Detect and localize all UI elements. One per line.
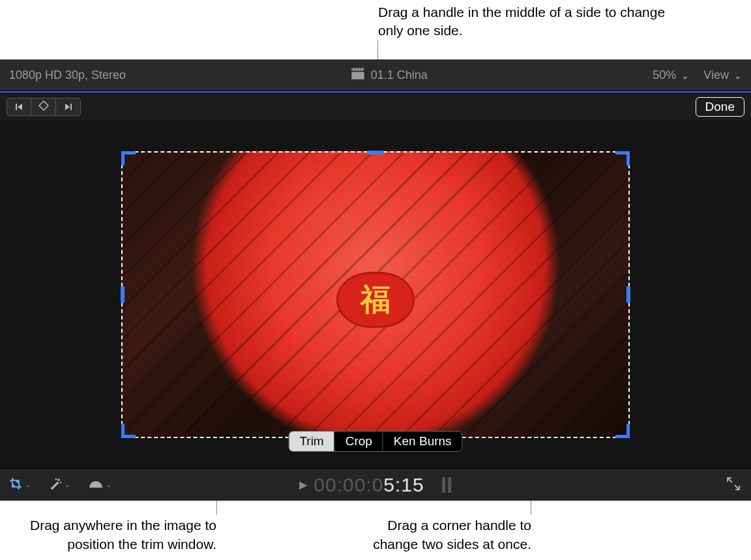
clip-image[interactable]: 福 Trim Crop Ken Burns <box>121 151 630 438</box>
transport-controls: ▶ 00:00:05:15 <box>299 474 451 496</box>
crop-mode-segmented-control: Trim Crop Ken Burns <box>288 431 462 452</box>
crop-toolbar: Done <box>0 91 751 121</box>
crop-handle-left[interactable] <box>121 286 125 303</box>
view-dropdown[interactable]: View ⌄ <box>703 68 742 82</box>
mode-crop-button[interactable]: Crop <box>334 432 383 451</box>
timecode-display[interactable]: 00:00:05:15 <box>314 474 424 496</box>
magic-wand-icon <box>49 477 62 492</box>
crop-handle-bottom-right[interactable] <box>615 424 630 438</box>
callout-top: Drag a handle in the middle of a side to… <box>378 3 671 40</box>
view-label: View <box>703 68 729 82</box>
chevron-down-icon: ⌄ <box>681 70 689 81</box>
enhance-tool[interactable]: ⌄ <box>49 477 70 492</box>
transform-crop-tool[interactable]: ⌄ <box>9 477 31 492</box>
retime-tool[interactable]: ⌄ <box>89 477 111 492</box>
mode-trim-button[interactable]: Trim <box>289 432 334 451</box>
svg-point-2 <box>58 479 60 481</box>
clapperboard-icon <box>351 68 364 83</box>
zoom-dropdown[interactable]: 50% ⌄ <box>653 68 689 82</box>
zoom-label: 50% <box>653 68 676 82</box>
timecode-dim: 00:00:0 <box>314 474 383 495</box>
done-button[interactable]: Done <box>696 97 744 117</box>
viewer-window: 1080p HD 30p, Stereo 01.1 China 50% ⌄ Vi… <box>0 59 751 500</box>
timecode-bright: 5:15 <box>383 474 424 495</box>
format-label: 1080p HD 30p, Stereo <box>9 68 126 82</box>
crop-icon <box>9 477 22 492</box>
crop-handle-top-left[interactable] <box>121 151 136 166</box>
audio-meter-icon <box>443 477 452 493</box>
crop-handle-top[interactable] <box>367 151 384 155</box>
keyframe-nav-group <box>7 98 81 116</box>
viewer-bottom-bar: ⌄ ⌄ ⌄ ▶ 00:00:05:15 <box>0 468 751 501</box>
prev-keyframe-button[interactable] <box>7 98 31 116</box>
decorative-medallion: 福 <box>336 272 415 328</box>
crop-handle-top-right[interactable] <box>615 151 630 166</box>
chevron-down-icon: ⌄ <box>25 480 31 489</box>
chevron-down-icon: ⌄ <box>106 480 111 489</box>
callout-bottom-right: Drag a corner handle to change two sides… <box>355 516 531 553</box>
clip-name-label: 01.1 China <box>371 68 428 82</box>
crop-handle-right[interactable] <box>626 286 630 303</box>
svg-rect-0 <box>16 104 17 110</box>
svg-point-4 <box>55 479 57 480</box>
play-button[interactable]: ▶ <box>299 479 307 491</box>
svg-rect-1 <box>70 104 72 110</box>
fullscreen-button[interactable] <box>726 477 741 494</box>
chevron-down-icon: ⌄ <box>734 70 742 81</box>
crop-handle-bottom-left[interactable] <box>121 424 136 438</box>
speedometer-icon <box>89 477 103 492</box>
viewer-titlebar: 1080p HD 30p, Stereo 01.1 China 50% ⌄ Vi… <box>0 60 751 91</box>
svg-point-3 <box>60 482 61 483</box>
add-keyframe-button[interactable] <box>31 98 56 116</box>
chevron-down-icon: ⌄ <box>65 480 70 489</box>
callout-bottom-left: Drag anywhere in the image to position t… <box>21 516 216 553</box>
next-keyframe-button[interactable] <box>56 98 81 116</box>
viewer-area: 福 Trim Crop Ken Burns <box>0 121 751 468</box>
mode-kenburns-button[interactable]: Ken Burns <box>383 432 462 451</box>
